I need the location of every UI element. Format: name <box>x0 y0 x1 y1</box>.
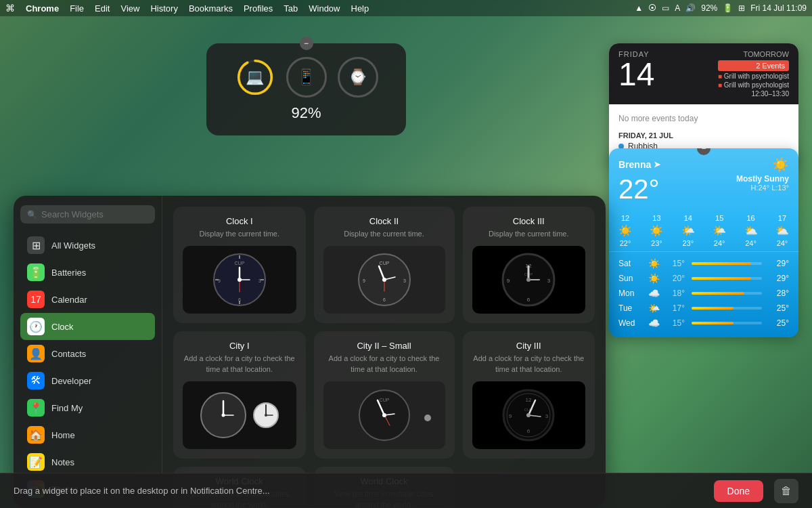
sat-bar-wrap <box>692 262 762 265</box>
clock1-preview: CUP 6 9 3 <box>183 246 296 314</box>
svg-text:9: 9 <box>507 278 510 284</box>
notes-icon: 📝 <box>27 453 45 471</box>
widget-card-clock3[interactable]: Clock III Display the current time. 12 6… <box>463 207 595 323</box>
widget-card-city2[interactable]: City II – Small Add a clock for a city t… <box>314 331 455 459</box>
sidebar-item-contacts[interactable]: 👤 Contacts <box>20 340 155 367</box>
clock-icon: 🕐 <box>27 318 45 335</box>
hour-label: 17 <box>778 214 786 222</box>
sidebar-item-developer[interactable]: 🛠 Developer <box>20 367 155 394</box>
sat-icon: ☀️ <box>647 258 660 269</box>
sidebar-all-label: All Widgets <box>51 240 95 251</box>
trash-button[interactable]: 🗑 <box>774 479 798 503</box>
sidebar-item-home[interactable]: 🏠 Home <box>20 421 155 448</box>
sidebar-item-notes[interactable]: 📝 Notes <box>20 448 155 475</box>
search-input[interactable] <box>41 209 148 219</box>
svg-text:9: 9 <box>509 413 512 419</box>
clock2-preview: CUP 6 9 3 <box>323 246 445 314</box>
cal-header: FRIDAY 14 TOMORROW 2 Events ■ Grill with… <box>609 43 798 104</box>
location-arrow-icon: ➤ <box>654 160 660 169</box>
sidebar-item-batteries[interactable]: 🔋 Batteries <box>20 259 155 286</box>
clock3-preview: 12 6 9 3 CUP <box>472 246 586 314</box>
weather-city: Brenna ➤ ☀️ <box>618 156 789 173</box>
menu-file[interactable]: File <box>70 3 84 14</box>
bottom-bar-hint: Drag a widget to place it on the desktop… <box>14 486 270 496</box>
hourly-temp-13: 23° <box>651 239 662 247</box>
menu-profiles[interactable]: Profiles <box>244 3 273 14</box>
hourly-14: 14 🌤️ 23° <box>681 214 695 247</box>
battery-widget-close[interactable]: − <box>300 37 313 50</box>
sidebar-developer-label: Developer <box>51 376 91 386</box>
day-wed: Wed <box>618 318 643 328</box>
keyboard-icon: A <box>675 3 680 13</box>
calendar-icon: 17 <box>27 291 45 308</box>
day-sat: Sat <box>618 259 643 268</box>
city1-preview <box>183 381 296 449</box>
weather-hourly: 12 ☀️ 22° 13 ☀️ 23° 14 🌤️ 23° 15 🌤️ <box>609 210 798 252</box>
sidebar-item-calendar[interactable]: 17 Calendar <box>20 286 155 313</box>
search-box[interactable]: 🔍 <box>20 205 155 224</box>
city2-svg: CUP <box>357 388 411 442</box>
clock1-title: Clock I <box>183 216 296 226</box>
svg-point-36 <box>221 414 225 417</box>
clock2-desc: Display the current time. <box>323 229 445 239</box>
hourly-12: 12 ☀️ 22° <box>618 214 632 247</box>
daily-sun: Sun ☀️ 20° 29° <box>618 271 789 286</box>
svg-text:3: 3 <box>547 278 551 284</box>
sidebar-item-findmy[interactable]: 📍 Find My <box>20 394 155 421</box>
volume-icon: 🔊 <box>685 3 696 13</box>
clock3-svg: 12 6 9 3 CUP <box>501 253 556 307</box>
city1-clock-svg <box>200 391 247 439</box>
sidebar-findmy-label: Find My <box>51 403 83 413</box>
hourly-temp-12: 22° <box>620 239 631 247</box>
svg-text:6: 6 <box>527 428 531 434</box>
done-button[interactable]: Done <box>714 480 763 502</box>
cal-tomorrow-events: 2 Events <box>718 60 789 71</box>
svg-point-56 <box>526 413 531 417</box>
menu-view[interactable]: View <box>120 3 139 14</box>
menu-bookmarks[interactable]: Bookmarks <box>189 3 233 14</box>
menu-help[interactable]: Help <box>351 3 369 14</box>
menu-window[interactable]: Window <box>309 3 340 14</box>
sidebar-calendar-label: Calendar <box>51 295 87 305</box>
cal-no-events: No more events today <box>618 111 789 126</box>
day-tue: Tue <box>618 303 643 313</box>
control-center-icon[interactable]: ⊞ <box>738 3 745 13</box>
widget-card-clock2[interactable]: Clock II Display the current time. CUP 6… <box>314 207 455 323</box>
sidebar-item-all-widgets[interactable]: ⊞ All Widgets <box>20 232 155 259</box>
hourly-row: 12 ☀️ 22° 13 ☀️ 23° 14 🌤️ 23° 15 🌤️ <box>618 214 789 247</box>
menu-edit[interactable]: Edit <box>95 3 110 14</box>
laptop-icon: 💻 <box>246 68 264 86</box>
city2-desc: Add a clock for a city to check the time… <box>323 354 445 375</box>
app-name[interactable]: Chrome <box>26 3 59 14</box>
clock3-desc: Display the current time. <box>472 229 586 239</box>
mon-icon: ☁️ <box>647 288 660 299</box>
clock1-desc: Display the current time. <box>183 229 296 239</box>
sidebar-clock-label: Clock <box>51 322 74 332</box>
svg-point-23 <box>382 278 386 282</box>
sun-bar-wrap <box>692 277 762 280</box>
svg-text:CUP: CUP <box>379 398 389 402</box>
sidebar-item-clock[interactable]: 🕐 Clock <box>20 313 155 340</box>
battery-widget: − 💻 📱 ⌚ 92% <box>206 43 406 135</box>
menu-tab[interactable]: Tab <box>284 3 298 14</box>
widget-sidebar: 🔍 ⊞ All Widgets 🔋 Batteries 17 Calendar … <box>14 196 162 507</box>
tue-icon: 🌤️ <box>647 303 660 314</box>
widget-card-clock1[interactable]: Clock I Display the current time. CUP 6 … <box>173 207 306 323</box>
city1-clock2-svg <box>252 391 279 439</box>
widget-card-city3[interactable]: City III Add a clock for a city to check… <box>463 331 595 459</box>
widget-content-area[interactable]: Clock I Display the current time. CUP 6 … <box>162 196 606 507</box>
hour-label: 15 <box>715 214 723 222</box>
cal-event1-time: 12:30–13:30 <box>718 90 789 98</box>
weather-condition: Mostly Sunny <box>736 174 789 184</box>
hourly-temp-16: 24° <box>745 239 757 247</box>
laptop-battery-circle: 💻 <box>235 57 275 98</box>
menu-history[interactable]: History <box>150 3 177 14</box>
apple-logo-icon[interactable]: ⌘ <box>5 3 15 14</box>
svg-point-10 <box>238 278 242 282</box>
wed-low: 15° <box>664 318 685 328</box>
tue-bar <box>692 307 734 310</box>
home-icon: 🏠 <box>27 426 45 444</box>
svg-text:3: 3 <box>258 278 261 283</box>
all-widgets-icon: ⊞ <box>27 236 45 254</box>
widget-card-city1[interactable]: City I Add a clock for a city to check t… <box>173 331 306 459</box>
